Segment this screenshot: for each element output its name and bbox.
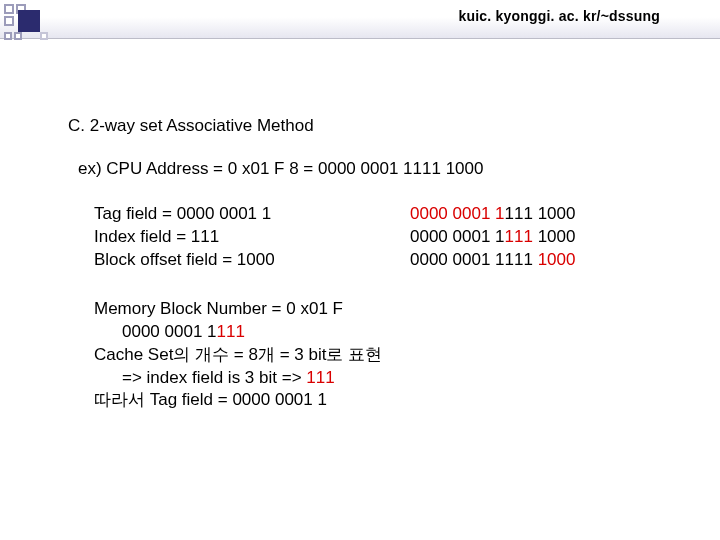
block-bits: 1000 (538, 250, 576, 269)
index-field-line: Index field = 111 (94, 226, 410, 249)
field-columns: Tag field = 0000 0001 1 Index field = 11… (94, 203, 660, 272)
explanation-block: Memory Block Number = 0 x01 F 0000 0001 … (94, 298, 660, 413)
index-field-conclusion: => index field is 3 bit => 111 (94, 367, 660, 390)
logo-icon (0, 0, 44, 44)
block-field-line: Block offset field = 1000 (94, 249, 410, 272)
slide-body: C. 2-way set Associative Method ex) CPU … (0, 60, 720, 540)
mem-block-line: Memory Block Number = 0 x01 F (94, 298, 660, 321)
cache-set-line: Cache Set의 개수 = 8개 = 3 bit로 표현 (94, 344, 660, 367)
field-breakdown: 0000 0001 1111 1000 0000 0001 1111 1000 … (410, 203, 660, 272)
index-conclusion-bits: 111 (306, 368, 334, 387)
tag-bits: 0000 0001 1 (410, 204, 505, 223)
tag-field-line: Tag field = 0000 0001 1 (94, 203, 410, 226)
slide: kuic. kyonggi. ac. kr/~dssung C. 2-way s… (0, 0, 720, 540)
tag-bits-plain: 0000 0001 1 (410, 227, 505, 246)
prefix-bits: 0000 0001 1111 (410, 250, 538, 269)
rest-bits: 111 1000 (505, 204, 576, 223)
field-definitions: Tag field = 0000 0001 1 Index field = 11… (94, 203, 410, 272)
header-bar: kuic. kyonggi. ac. kr/~dssung (0, 0, 720, 39)
tag-field-conclusion: 따라서 Tag field = 0000 0001 1 (94, 389, 660, 412)
section-title: C. 2-way set Associative Method (68, 115, 660, 138)
mem-block-prefix: 0000 0001 1 (122, 322, 217, 341)
mem-block-index: 111 (217, 322, 245, 341)
breakdown-row-1: 0000 0001 1111 1000 (410, 203, 660, 226)
example-line: ex) CPU Address = 0 x01 F 8 = 0000 0001 … (78, 158, 660, 181)
header-url: kuic. kyonggi. ac. kr/~dssung (459, 8, 660, 24)
index-bits: 111 (505, 227, 533, 246)
breakdown-row-3: 0000 0001 1111 1000 (410, 249, 660, 272)
breakdown-row-2: 0000 0001 1111 1000 (410, 226, 660, 249)
block-suffix: 1000 (533, 227, 576, 246)
index-conclusion-text: => index field is 3 bit => (122, 368, 306, 387)
mem-block-bits: 0000 0001 1111 (94, 321, 660, 344)
